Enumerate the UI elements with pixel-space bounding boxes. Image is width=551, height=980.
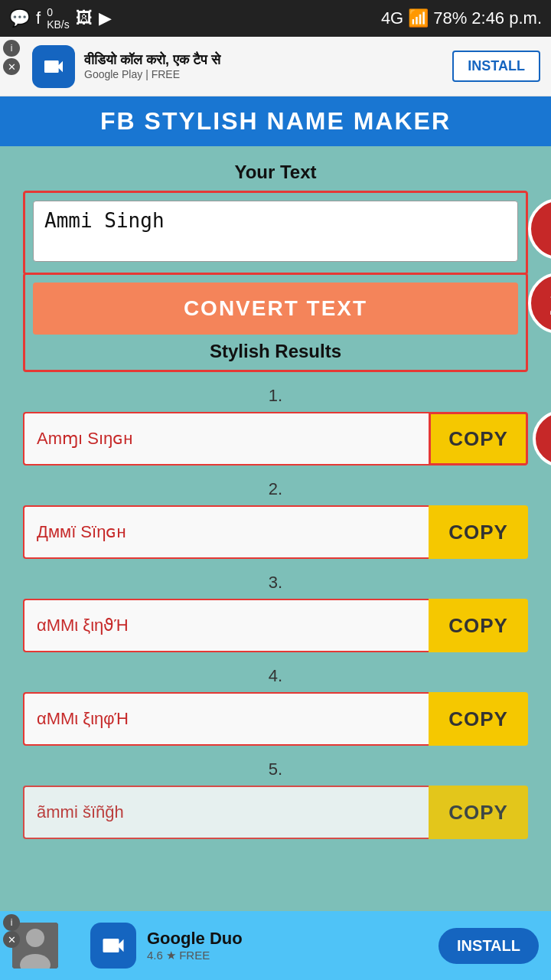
ad-bottom-close-icon[interactable]: ✕ [3,931,20,948]
ad-platform-label: Google Play [84,68,142,80]
ad-install-button-top[interactable]: INSTALL [452,51,540,82]
video-call-icon-bottom [99,932,127,959]
result-number-3: 3. [23,573,528,593]
input-section: Ammi Singh [23,191,528,275]
time-display: 2:46 p.m. [471,8,542,28]
step1-container: Ammi Singh 1 [23,191,528,275]
ad-sub-top: Google Play | FREE [84,68,443,80]
ad-text-top: वीडियो कॉल करो, एक टैप से Google Play | … [75,52,452,80]
copy-button-3[interactable]: COPY [429,599,528,652]
result-number-4: 4. [23,666,528,686]
ad-banner-bottom: i ✕ Google Duo 4.6 ★ FREE INSTALL [0,911,551,980]
ad-bottom-rating: 4.6 ★ FREE [147,949,428,962]
ad-info-icon[interactable]: i [3,40,20,57]
result-row-4: αMMι ξιηφΉ COPY [23,692,528,746]
ad-bottom-info-icon[interactable]: i [3,914,20,931]
convert-button[interactable]: CONVERT TEXT [33,283,518,335]
ad-banner-top: i ✕ वीडियो कॉल करो, एक टैप से Google Pla… [0,37,551,96]
status-icons-left: 💬 f 0KB/s 🖼 ▶ [9,6,112,31]
ad-price-label: FREE [152,68,180,80]
whatsapp-icon: 💬 [9,8,30,28]
ad-bottom-app-name: Google Duo [147,929,428,949]
ad-bottom-app-text: Google Duo 4.6 ★ FREE [147,929,428,962]
step2-badge: 2 [528,273,551,334]
result-row-3: αMMι ξιηϑΉ COPY [23,599,528,652]
app-header: FB STYLISH NAME MAKER [0,96,551,146]
svg-point-1 [26,929,44,947]
stylish-results-label: Stylish Results [33,341,518,362]
result-row-5: ãmmi šïñğh COPY [23,786,528,839]
your-text-label: Your Text [23,162,528,183]
result-number-1: 1. [23,386,528,406]
result-text-3: αMMι ξιηϑΉ [23,599,429,652]
text-input[interactable]: Ammi Singh [33,201,518,262]
result-text-4: αMMι ξιηφΉ [23,692,429,746]
signal-icon: 📶 [408,8,429,28]
copy-button-5[interactable]: COPY [429,786,528,839]
step1-badge: 1 [528,198,551,260]
result-number-2: 2. [23,479,528,499]
ad-app-icon-top [32,45,75,88]
copy-button-1[interactable]: COPY [429,412,528,466]
result-text-2: Дммї Sїηɢн [23,505,429,559]
status-bar: 💬 f 0KB/s 🖼 ▶ 4G 📶 78% 2:46 p.m. [0,0,551,37]
image-icon: 🖼 [76,8,93,28]
status-info-right: 4G 📶 78% 2:46 p.m. [381,8,542,28]
data-icon: 0KB/s [47,6,70,31]
copy-button-4[interactable]: COPY [429,692,528,746]
ad-bottom-thumbnail [12,923,58,969]
facebook-icon: f [36,8,41,28]
step3-badge: 3 [533,410,551,467]
result-row-1: Amɱı Sıŋɢн COPY 3 [23,412,528,466]
ad-bottom-install-button[interactable]: INSTALL [439,928,539,964]
battery-text: 78% [433,8,467,28]
video-call-icon [41,54,66,79]
result-text-1: Amɱı Sıŋɢн [23,412,429,466]
network-icon: 4G [381,8,403,28]
convert-section: CONVERT TEXT Stylish Results [23,273,528,372]
app-title: FB STYLISH NAME MAKER [0,107,551,136]
ad-bottom-app-icon [90,923,136,969]
result-row-2: Дммї Sїηɢн COPY [23,505,528,559]
ad-close-button-top[interactable]: ✕ [3,58,20,75]
main-content: Your Text Ammi Singh 1 CONVERT TEXT Styl… [0,146,551,931]
ad-title-top: वीडियो कॉल करो, एक टैप से [84,52,443,68]
result-number-5: 5. [23,760,528,779]
step2-container: CONVERT TEXT Stylish Results 2 [23,273,528,372]
copy-button-2[interactable]: COPY [429,505,528,559]
play-icon: ▶ [99,8,112,28]
result-text-5: ãmmi šïñğh [23,786,429,839]
